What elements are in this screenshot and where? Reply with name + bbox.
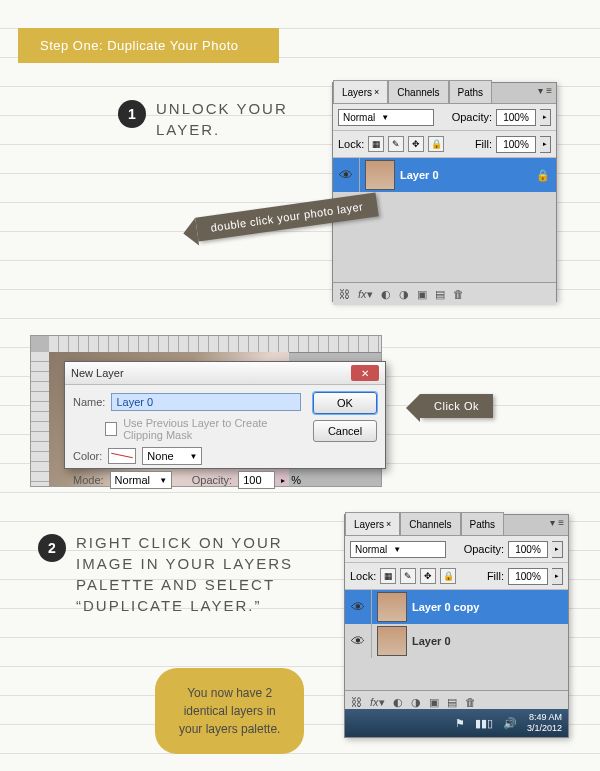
lock-position-icon[interactable]: ✥ xyxy=(420,568,436,584)
lock-pixels-icon[interactable]: ✎ xyxy=(388,136,404,152)
opacity-spin-icon[interactable]: ▸ xyxy=(281,476,285,485)
callout-clickok: Click Ok xyxy=(420,394,493,418)
mode-value: Normal xyxy=(115,474,150,486)
trash-icon[interactable]: 🗑 xyxy=(453,288,464,300)
dlg-opacity-label: Opacity: xyxy=(192,474,232,486)
layer-name[interactable]: Layer 0 xyxy=(400,169,536,181)
visibility-icon[interactable]: 👁 xyxy=(345,624,372,658)
layers-panel-2: Layers× Channels Paths ▾ ≡ Normal▼ Opaci… xyxy=(344,514,569,738)
lock-all-icon[interactable]: 🔒 xyxy=(428,136,444,152)
caret-icon: ▼ xyxy=(393,545,401,554)
adjustment-icon[interactable]: ◑ xyxy=(399,288,409,301)
mask-icon[interactable]: ◐ xyxy=(393,696,403,709)
visibility-icon[interactable]: 👁 xyxy=(333,158,360,192)
tab-close-icon[interactable]: × xyxy=(386,519,391,529)
step-1-badge: 1 xyxy=(118,100,146,128)
layer-thumbnail[interactable] xyxy=(365,160,395,190)
layer-thumbnail[interactable] xyxy=(377,592,407,622)
blend-row: Normal▼ Opacity: 100% ▸ xyxy=(333,104,556,131)
link-icon[interactable]: ⛓ xyxy=(351,696,362,708)
speaker-icon[interactable]: 🔊 xyxy=(503,717,517,730)
adjustment-icon[interactable]: ◑ xyxy=(411,696,421,709)
fill-label: Fill: xyxy=(475,138,492,150)
name-label: Name: xyxy=(73,396,105,408)
cancel-button[interactable]: Cancel xyxy=(313,420,377,442)
lock-position-icon[interactable]: ✥ xyxy=(408,136,424,152)
opacity-input[interactable]: 100% xyxy=(496,109,536,126)
mode-label: Mode: xyxy=(73,474,104,486)
ok-button[interactable]: OK xyxy=(313,392,377,414)
fill-spin[interactable]: ▸ xyxy=(552,568,563,585)
fill-spin[interactable]: ▸ xyxy=(540,136,551,153)
taskbar-clock[interactable]: 8:49 AM 3/1/2012 xyxy=(527,712,562,734)
visibility-icon[interactable]: 👁 xyxy=(345,590,372,624)
lock-transparent-icon[interactable]: ▦ xyxy=(368,136,384,152)
tab-layers[interactable]: Layers× xyxy=(333,80,388,103)
lock-row: Lock: ▦ ✎ ✥ 🔒 Fill: 100% ▸ xyxy=(345,563,568,590)
link-icon[interactable]: ⛓ xyxy=(339,288,350,300)
opacity-input[interactable]: 100% xyxy=(508,541,548,558)
lock-transparent-icon[interactable]: ▦ xyxy=(380,568,396,584)
signal-icon[interactable]: ▮▮▯ xyxy=(475,717,493,730)
group-icon[interactable]: ▣ xyxy=(429,696,439,709)
opacity-spin[interactable]: ▸ xyxy=(540,109,551,126)
new-layer-icon[interactable]: ▤ xyxy=(447,696,457,709)
step-1-text: UNLOCK YOUR LAYER. xyxy=(156,98,288,140)
color-select[interactable]: None▼ xyxy=(142,447,202,465)
opacity-spin[interactable]: ▸ xyxy=(552,541,563,558)
layer-item-copy[interactable]: 👁 Layer 0 copy xyxy=(345,590,568,624)
panel-menu-icon[interactable]: ▾ ≡ xyxy=(550,517,564,528)
panel-menu-icon[interactable]: ▾ ≡ xyxy=(538,85,552,96)
blend-mode-select[interactable]: Normal▼ xyxy=(338,109,434,126)
time-text: 8:49 AM xyxy=(527,712,562,723)
step-2-text: RIGHT CLICK ON YOUR IMAGE IN YOUR LAYERS… xyxy=(76,532,293,616)
lock-row: Lock: ▦ ✎ ✥ 🔒 Fill: 100% ▸ xyxy=(333,131,556,158)
flag-icon[interactable]: ⚑ xyxy=(455,717,465,730)
dialog-title: New Layer xyxy=(71,367,124,379)
tutorial-page: Step One: Duplicate Your Photo 1 UNLOCK … xyxy=(0,0,600,771)
blend-row: Normal▼ Opacity: 100% ▸ xyxy=(345,536,568,563)
opacity-label: Opacity: xyxy=(464,543,504,555)
layer-name[interactable]: Layer 0 copy xyxy=(412,601,568,613)
fill-input[interactable]: 100% xyxy=(496,136,536,153)
tab-paths[interactable]: Paths xyxy=(461,512,505,535)
opacity-label: Opacity: xyxy=(452,111,492,123)
layer-item-0[interactable]: 👁 Layer 0 xyxy=(345,624,568,658)
group-icon[interactable]: ▣ xyxy=(417,288,427,301)
date-text: 3/1/2012 xyxy=(527,723,562,734)
color-value: None xyxy=(147,450,173,462)
color-label: Color: xyxy=(73,450,102,462)
panel-footer: ⛓ fx▾ ◐ ◑ ▣ ▤ 🗑 xyxy=(333,282,556,305)
blend-mode-select[interactable]: Normal▼ xyxy=(350,541,446,558)
lock-all-icon[interactable]: 🔒 xyxy=(440,568,456,584)
lock-pixels-icon[interactable]: ✎ xyxy=(400,568,416,584)
ruler-left xyxy=(31,352,50,486)
fx-icon[interactable]: fx▾ xyxy=(358,288,373,301)
name-input[interactable] xyxy=(111,393,301,411)
layer-name[interactable]: Layer 0 xyxy=(412,635,568,647)
mode-select[interactable]: Normal▼ xyxy=(110,471,173,489)
tab-channels[interactable]: Channels xyxy=(400,512,460,535)
layer-item-0[interactable]: 👁 Layer 0 🔒 xyxy=(333,158,556,192)
close-icon[interactable]: ✕ xyxy=(351,365,379,381)
step-banner: Step One: Duplicate Your Photo xyxy=(18,28,279,63)
dialog-titlebar[interactable]: New Layer ✕ xyxy=(65,362,385,385)
tab-channels[interactable]: Channels xyxy=(388,80,448,103)
tab-close-icon[interactable]: × xyxy=(374,87,379,97)
color-swatch-none xyxy=(108,448,136,464)
blend-mode-value: Normal xyxy=(355,544,387,555)
mask-icon[interactable]: ◐ xyxy=(381,288,391,301)
dialog-body: Name: Use Previous Layer to Create Clipp… xyxy=(65,385,309,503)
fx-icon[interactable]: fx▾ xyxy=(370,696,385,709)
tab-paths[interactable]: Paths xyxy=(449,80,493,103)
tab-layers[interactable]: Layers× xyxy=(345,512,400,535)
trash-icon[interactable]: 🗑 xyxy=(465,696,476,708)
layer-thumbnail[interactable] xyxy=(377,626,407,656)
new-layer-icon[interactable]: ▤ xyxy=(435,288,445,301)
tip-bubble: You now have 2 identical layers in your … xyxy=(155,668,304,754)
taskbar: ⚑ ▮▮▯ 🔊 8:49 AM 3/1/2012 xyxy=(345,709,568,737)
percent-label: % xyxy=(291,474,301,486)
caret-icon: ▼ xyxy=(381,113,389,122)
dlg-opacity-input[interactable]: 100 xyxy=(238,471,275,489)
fill-input[interactable]: 100% xyxy=(508,568,548,585)
